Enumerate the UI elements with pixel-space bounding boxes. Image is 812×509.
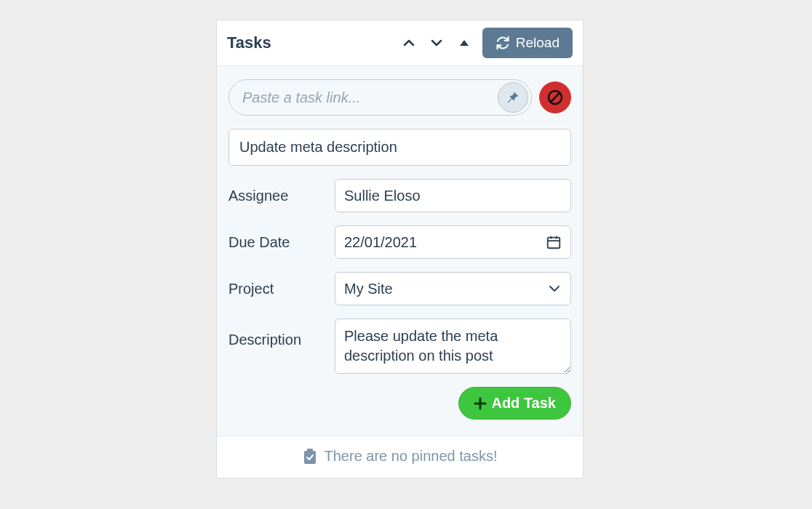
search-row — [217, 66, 583, 126]
cancel-icon — [546, 89, 564, 106]
nav-arrows — [401, 35, 472, 51]
project-select[interactable] — [344, 281, 541, 297]
collapse-button[interactable] — [456, 35, 472, 51]
svg-rect-8 — [304, 451, 316, 464]
cancel-button[interactable] — [539, 81, 571, 113]
svg-rect-2 — [548, 238, 560, 249]
assignee-label: Assignee — [228, 188, 325, 204]
tasks-panel: Tasks Reload — [216, 20, 584, 478]
project-label: Project — [228, 281, 325, 297]
description-row: Description — [228, 318, 571, 374]
triangle-up-icon — [458, 36, 471, 49]
project-field-wrap[interactable] — [335, 272, 571, 305]
add-task-button[interactable]: Add Task — [458, 387, 571, 420]
svg-rect-9 — [307, 449, 313, 452]
svg-line-1 — [551, 93, 560, 102]
panel-header: Tasks Reload — [217, 20, 583, 66]
assignee-input[interactable] — [344, 188, 562, 204]
calendar-icon[interactable] — [546, 234, 562, 250]
pin-icon — [506, 90, 520, 105]
pin-button[interactable] — [498, 82, 528, 113]
task-title-input[interactable] — [228, 129, 571, 166]
description-input[interactable] — [335, 318, 571, 374]
clipboard-check-icon — [303, 449, 317, 465]
panel-title: Tasks — [227, 33, 271, 52]
plus-icon — [474, 397, 487, 410]
assignee-row: Assignee — [228, 179, 571, 212]
assignee-field-wrap[interactable] — [335, 179, 571, 212]
empty-state-text: There are no pinned tasks! — [325, 448, 498, 465]
project-row: Project — [228, 272, 571, 305]
duedate-label: Due Date — [228, 234, 325, 251]
move-up-button[interactable] — [401, 35, 417, 51]
task-form: Assignee Due Date Project — [217, 126, 583, 436]
reload-label: Reload — [516, 35, 560, 51]
task-link-input[interactable] — [242, 89, 498, 106]
duedate-row: Due Date — [228, 225, 571, 259]
duedate-input[interactable] — [344, 234, 540, 251]
panel-footer: There are no pinned tasks! — [217, 436, 583, 478]
add-task-label: Add Task — [491, 395, 556, 412]
move-down-button[interactable] — [429, 35, 445, 51]
action-row: Add Task — [228, 387, 571, 420]
reload-icon — [495, 36, 510, 50]
chevron-down-icon — [547, 281, 562, 296]
duedate-field-wrap[interactable] — [335, 225, 571, 259]
description-label: Description — [228, 318, 325, 348]
chevron-up-icon — [402, 36, 416, 50]
task-link-field-wrap — [228, 79, 532, 116]
reload-button[interactable]: Reload — [482, 28, 573, 58]
chevron-down-icon — [429, 36, 444, 50]
